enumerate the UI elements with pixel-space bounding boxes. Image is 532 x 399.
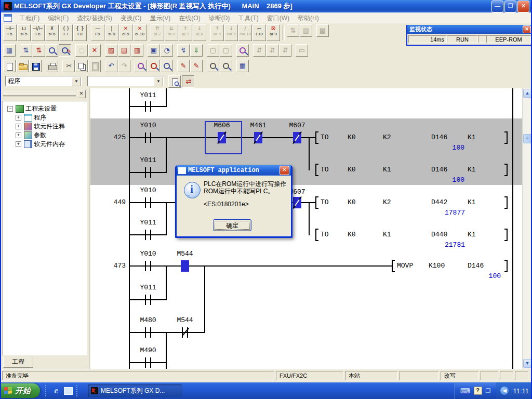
comment-search-button[interactable] xyxy=(168,75,181,88)
tree-item-parameter[interactable]: + 参数 xyxy=(3,131,87,139)
tree-item-label[interactable]: 参数 xyxy=(34,131,46,139)
scrollbar-thumb[interactable] xyxy=(523,134,531,143)
program-transfer-icon[interactable]: ▦ xyxy=(3,44,16,57)
tree-view-icon[interactable]: ⇅ xyxy=(20,44,32,57)
tree-root-label[interactable]: 工程未设置 xyxy=(25,104,57,113)
restore-layout-icon[interactable]: ❐ xyxy=(486,388,491,394)
ladder-editor[interactable]: Y011 425 Y010 M606 M461 M607 Y011 TO K0 … xyxy=(90,88,522,369)
monitor-close-icon[interactable]: ✕ xyxy=(523,25,531,33)
download-icon[interactable]: ⇓ xyxy=(190,44,203,57)
menu-tools[interactable]: 工具(T) xyxy=(234,13,262,23)
tree-item-device-memory[interactable]: + 软元件内存 xyxy=(3,140,87,148)
menu-view[interactable]: 显示(V) xyxy=(145,13,175,23)
monitor-status-titlebar[interactable]: 监视状态 ✕ xyxy=(407,25,532,34)
line-draw-button[interactable]: ⌐F10 xyxy=(252,24,266,41)
delete-hline-button[interactable]: ✕cF9 xyxy=(119,24,132,41)
write-during-run-icon[interactable]: ▨ xyxy=(105,44,117,57)
read-mode-button[interactable] xyxy=(46,44,58,57)
monitor-stop-icon[interactable]: ✕ xyxy=(88,44,101,57)
project-tab[interactable]: 工程 xyxy=(3,357,33,368)
panel-drag-handle[interactable] xyxy=(3,91,76,97)
zoom-in-button[interactable] xyxy=(207,60,219,72)
find-button[interactable] xyxy=(135,60,147,72)
new-project-button[interactable] xyxy=(3,60,16,72)
menu-project[interactable]: 工程(F) xyxy=(15,13,44,23)
restore-button[interactable]: ❐ xyxy=(504,1,516,12)
dialog-close-icon[interactable]: ✕ xyxy=(280,166,289,175)
mark-insert-icon[interactable]: ✎ xyxy=(190,60,203,72)
project-tree-toggle-button[interactable]: ⇄ xyxy=(182,75,194,88)
ok-button[interactable]: 确定 xyxy=(213,219,251,231)
find-device-global-button[interactable] xyxy=(236,44,249,57)
menu-diagnostics[interactable]: 诊断(D) xyxy=(205,13,234,23)
application-instruction-button[interactable]: { }F8 xyxy=(73,24,87,41)
ime-help-icon[interactable]: ? xyxy=(474,387,482,395)
print-button[interactable] xyxy=(46,60,58,72)
closed-contact-button[interactable]: ⊣/⊢F6 xyxy=(31,24,45,41)
close-button[interactable]: ✕ xyxy=(517,1,529,12)
find-instruction-button[interactable] xyxy=(161,60,173,72)
tree-item-label[interactable]: 程序 xyxy=(34,113,46,122)
keyboard-layout-icon[interactable]: ⌨ xyxy=(460,387,470,395)
hide-icons-chevron-icon[interactable]: ◀ xyxy=(500,387,509,395)
delete-vline-button[interactable]: ✕cF10 xyxy=(133,24,147,41)
invert-result-icon: ∕ xyxy=(239,25,251,32)
undo-button[interactable]: ↶ xyxy=(105,60,117,72)
child-window-icon[interactable] xyxy=(4,14,12,22)
project-data-list-icon[interactable]: ▦ xyxy=(236,60,249,72)
device-test-icon[interactable]: ▥ xyxy=(131,44,143,57)
menu-online[interactable]: 在线(O) xyxy=(175,13,204,23)
explorer-window-icon[interactable] xyxy=(64,386,73,395)
ladder-edit-icon[interactable]: ▤ xyxy=(118,44,130,57)
copy-button[interactable] xyxy=(75,60,88,72)
menu-edit[interactable]: 编辑(E) xyxy=(44,13,73,23)
scroll-down-icon[interactable]: ▼ xyxy=(523,359,531,368)
collapse-icon[interactable]: − xyxy=(7,106,13,112)
tree-item-program[interactable]: + 程序 xyxy=(3,113,87,122)
scroll-up-icon[interactable]: ▲ xyxy=(523,89,531,98)
expand-icon[interactable]: + xyxy=(16,115,21,121)
write-mode-button[interactable]: ✎ xyxy=(59,44,71,57)
tree-item-label[interactable]: 软元件内存 xyxy=(34,140,65,148)
vertical-line-button[interactable]: |sF9 xyxy=(105,24,118,41)
expand-icon[interactable]: + xyxy=(16,141,21,147)
mark-edit-icon[interactable]: ✎ xyxy=(177,60,190,72)
online-write-icon[interactable]: ↯ xyxy=(177,44,190,57)
tree-root-row[interactable]: − 工程未设置 xyxy=(3,104,87,113)
save-project-button[interactable] xyxy=(29,60,42,72)
panel-close-icon[interactable]: ✕ xyxy=(77,90,86,98)
internet-explorer-icon[interactable]: e xyxy=(51,386,61,395)
taskbar-item-melsoft[interactable]: MELSOFT系列 GX D... xyxy=(88,384,182,397)
menu-window[interactable]: 窗口(W) xyxy=(263,13,294,23)
toolbar-grip[interactable] xyxy=(76,385,79,396)
scan-time-icon[interactable]: ◔ xyxy=(161,44,173,57)
horizontal-line-button[interactable]: —F9 xyxy=(91,24,104,41)
menu-convert[interactable]: 变换(C) xyxy=(116,13,146,23)
zoom-out-button[interactable] xyxy=(220,60,232,72)
coil-button[interactable]: ( )F7 xyxy=(59,24,73,41)
line-delete-button[interactable]: ⊠aF9 xyxy=(267,24,280,41)
chevron-down-icon[interactable]: ▼ xyxy=(72,77,81,86)
tree-item-label[interactable]: 软元件注释 xyxy=(34,122,65,130)
tree-item-device-comment[interactable]: + 软元件注释 xyxy=(3,122,87,130)
program-window-icon[interactable]: ▣ xyxy=(148,44,160,57)
minimize-button[interactable]: — xyxy=(491,1,503,12)
mode-combobox[interactable]: 程序▼ xyxy=(5,76,82,86)
expand-icon[interactable]: + xyxy=(16,132,21,138)
parallel-closed-contact-button[interactable]: ⊻sF6 xyxy=(45,24,59,41)
open-contact-button[interactable]: ⊣⊢F5 xyxy=(3,24,17,41)
start-button[interactable]: 开始 xyxy=(0,383,40,398)
toolbar-grip[interactable] xyxy=(45,385,48,396)
vertical-scrollbar[interactable]: ▲ ▼ xyxy=(522,88,531,369)
chevron-down-icon[interactable]: ▼ xyxy=(154,77,163,86)
open-project-button[interactable] xyxy=(16,60,29,72)
menu-find-replace[interactable]: 查找/替换(S) xyxy=(73,13,116,23)
expand-icon[interactable]: + xyxy=(16,124,21,129)
tree-pin-icon[interactable]: ⇅ xyxy=(33,44,45,57)
parallel-open-contact-button[interactable]: ⊔sF5 xyxy=(17,24,31,41)
find-combobox[interactable]: ▼ xyxy=(87,76,164,86)
cut-button[interactable]: ✂ xyxy=(62,60,75,72)
find-device-button[interactable] xyxy=(148,60,160,72)
dialog-titlebar[interactable]: MELSOFT application ✕ xyxy=(177,165,291,176)
menu-help[interactable]: 帮助(H) xyxy=(294,13,323,23)
